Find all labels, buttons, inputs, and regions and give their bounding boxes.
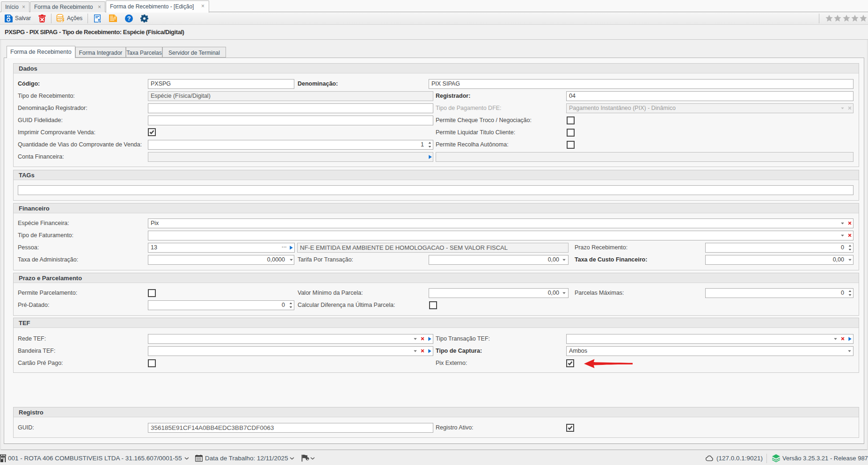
svg-text:?: ?	[127, 15, 131, 22]
